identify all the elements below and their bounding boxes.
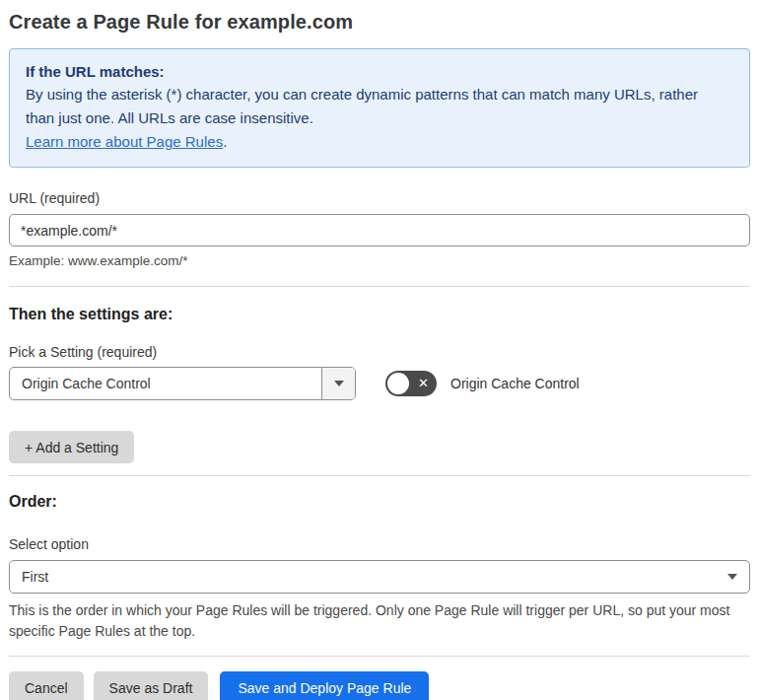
url-example-helper: Example: www.example.com/*	[9, 252, 750, 269]
divider	[9, 475, 750, 476]
page-title: Create a Page Rule for example.com	[9, 8, 750, 35]
setting-select[interactable]: Origin Cache Control	[9, 367, 356, 400]
info-box-body: By using the asterisk (*) character, you…	[26, 83, 716, 130]
url-match-info-box: If the URL matches: By using the asteris…	[9, 48, 750, 168]
url-field-label: URL (required)	[9, 190, 750, 207]
caret-down-icon	[334, 381, 344, 386]
toggle-label: Origin Cache Control	[450, 376, 580, 391]
info-box-heading: If the URL matches:	[26, 61, 733, 83]
toggle-knob	[387, 373, 409, 394]
info-box-link-line: Learn more about Page Rules.	[26, 130, 733, 154]
toggle-off-x-icon: ✕	[418, 371, 429, 396]
link-period: .	[223, 133, 227, 150]
url-input[interactable]	[9, 214, 750, 246]
create-page-rule-form: Create a Page Rule for example.com If th…	[0, 0, 759, 700]
setting-select-caret-button[interactable]	[321, 368, 355, 399]
order-select-value: First	[22, 569, 48, 585]
save-and-deploy-button[interactable]: Save and Deploy Page Rule	[220, 671, 429, 700]
pick-setting-label: Pick a Setting (required)	[9, 344, 750, 361]
order-select-label: Select option	[9, 536, 750, 553]
save-as-draft-button[interactable]: Save as Draft	[94, 671, 209, 700]
learn-more-link[interactable]: Learn more about Page Rules	[26, 133, 223, 150]
divider	[9, 656, 750, 657]
settings-section-heading: Then the settings are:	[9, 305, 750, 323]
order-helper-text: This is the order in which your Page Rul…	[9, 600, 738, 642]
setting-row: Origin Cache Control ✕ Origin Cache Cont…	[9, 367, 750, 400]
setting-select-value: Origin Cache Control	[10, 368, 321, 399]
order-section-heading: Order:	[9, 492, 750, 511]
divider	[9, 286, 750, 287]
order-select[interactable]: First	[9, 560, 750, 594]
add-setting-button[interactable]: + Add a Setting	[9, 431, 134, 463]
caret-down-icon	[727, 574, 737, 580]
origin-cache-control-toggle[interactable]: ✕	[385, 371, 437, 396]
footer-button-row: Cancel Save as Draft Save and Deploy Pag…	[9, 671, 750, 700]
cancel-button[interactable]: Cancel	[9, 671, 84, 700]
